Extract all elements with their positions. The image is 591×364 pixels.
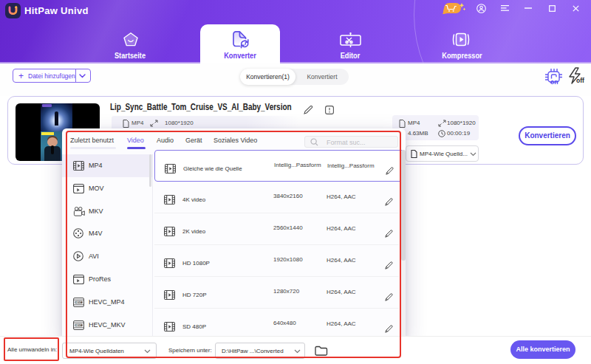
svg-text:off: off (576, 77, 584, 84)
svg-text:on: on (550, 78, 558, 85)
